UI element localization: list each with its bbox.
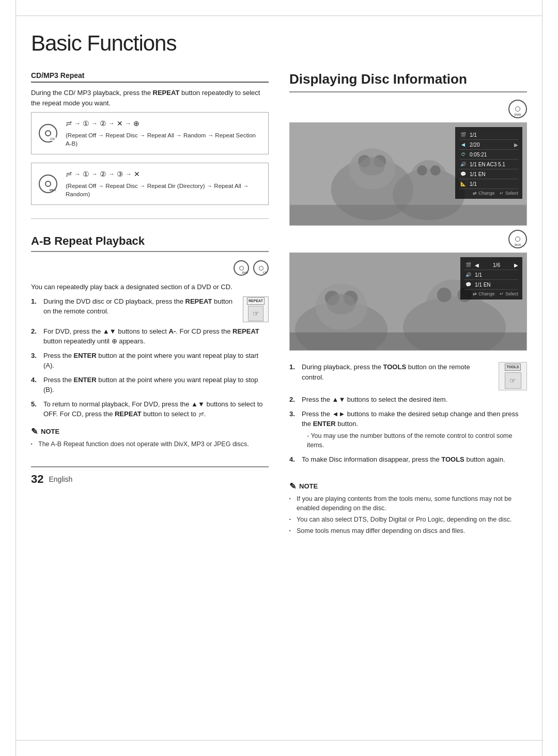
tools-button-image: TOOLS ☞ — [499, 362, 527, 390]
disc-note-item-2: You can also select DTS, Dolby Digital o… — [289, 515, 527, 524]
divx-badge: DivX — [508, 230, 527, 248]
disc-step-1-content: During playback, press the TOOLS button … — [302, 362, 527, 390]
ab-step-2: 2. For DVD, press the ▲▼ buttons to sele… — [31, 326, 269, 346]
intro-text1: During the CD/ MP3 playback, press the — [31, 89, 151, 97]
note-pencil-icon: ✎ — [31, 427, 38, 436]
svg-point-9 — [430, 165, 441, 176]
osd-audio-val: 1/1 EN AC3 5.1 — [470, 162, 505, 167]
divider-1 — [31, 218, 269, 219]
step-num-3: 3. — [31, 351, 39, 371]
svg-point-8 — [417, 165, 427, 176]
osd-footer-1: ⇄ Change ↵ Select — [459, 191, 518, 196]
osd2-nav-r: ▶ — [514, 262, 518, 268]
osd-value-2: 2/20 ▶ — [470, 142, 518, 148]
mp3-label: MP3 — [50, 188, 56, 192]
mp3-disc-icon: MP3 — [39, 175, 57, 193]
dvd-badge-label: DVD — [515, 113, 521, 116]
disc-step-num-4: 4. — [289, 454, 298, 465]
osd-sub-val: 1/1 EN — [470, 171, 486, 177]
svg-point-7 — [411, 160, 447, 193]
disc-step2-text: Press the ▲▼ buttons to select the desir… — [302, 396, 447, 403]
disc-step3-text: Press the ◄► buttons to make the desired… — [302, 410, 519, 428]
dvd-screenshot: 🎬 1/1 ◀ 2/20 ▶ — [289, 122, 527, 226]
osd-row-1: 🎬 1/1 — [459, 130, 518, 140]
divx-badge-label: DivX — [515, 243, 521, 246]
ab-note-section: ✎ NOTE The A-B Repeat function does not … — [31, 427, 269, 449]
disc-note-item-1: If you are playing contents from the too… — [289, 494, 527, 513]
intro-bold: REPEAT — [153, 89, 180, 97]
osd-row-5: 💬 1/1 EN — [459, 169, 518, 179]
step-num-5: 5. — [31, 399, 39, 419]
finger-icon: ☞ — [253, 308, 259, 319]
page-title: Basic Functions — [31, 31, 527, 56]
osd2-nav-l: ◀ — [475, 262, 479, 268]
dvd-osd-overlay: 🎬 1/1 ◀ 2/20 ▶ — [455, 127, 522, 199]
osd-row-6: 📐 1/1 — [459, 179, 518, 189]
osd-row-2: ◀ 2/20 ▶ — [459, 140, 518, 150]
ab-section: A-B Repeat Playback DVD CD You can repea… — [31, 234, 269, 451]
page-language: English — [49, 475, 72, 483]
osd2-sub-val: 1/1 EN — [475, 282, 491, 288]
disc-info-title: Displaying Disc Information — [289, 71, 527, 92]
osd2-value-2: 1/1 — [475, 272, 518, 278]
disc-step1-text: During playback, press the TOOLS button … — [302, 363, 470, 381]
osd2-change-label: ⇄ Change — [473, 291, 494, 296]
ab-intro: You can repeatedly play back a designate… — [31, 282, 269, 292]
svg-point-16 — [327, 294, 356, 314]
divx-screenshot: 🎬 ◀ 1/6 ▶ 🔊 1/1 — [289, 253, 527, 351]
svg-point-19 — [437, 288, 452, 302]
mp3-repeat-box: MP3 ≓ → ① → ② → ③ → ✕ — [31, 163, 269, 205]
ab-step-5: 5. To return to normal playback, For DVD… — [31, 399, 269, 419]
ab-steps-list: 1. During the DVD disc or CD playback, p… — [31, 296, 269, 419]
cd-repeat-content: ≓ → ① → ② → ✕ → ⊕ (Repeat Off → Repeat D… — [66, 119, 261, 148]
osd-value-5: 1/1 EN — [470, 171, 518, 177]
disc-step4-bold: TOOLS — [441, 455, 464, 463]
disc-step3-bold: ENTER — [313, 420, 336, 428]
ab-note-item-1: The A-B Repeat function does not operate… — [31, 439, 269, 449]
osd-icon-title: 🎬 — [459, 131, 467, 138]
step-num-2: 2. — [31, 326, 39, 346]
osd2-footer: ⇄ Change ↵ Select — [464, 291, 518, 296]
osd2-row-3: 💬 1/1 EN — [464, 280, 518, 290]
step5-bold: REPEAT — [115, 410, 142, 418]
top-border-line — [16, 15, 542, 16]
osd-title-val: 1/1 — [470, 132, 477, 138]
step4-bold: ENTER — [74, 376, 97, 384]
ab-note-label: NOTE — [41, 428, 59, 435]
osd2-title-val: 1/6 — [493, 262, 500, 268]
dvd-icon: DVD — [234, 260, 249, 276]
page-number: 32 — [31, 472, 43, 486]
svg-rect-21 — [290, 333, 526, 350]
step2-text: For DVD, press the ▲▼ buttons to select … — [43, 327, 259, 345]
osd-row-3: ⏱ 0:05:21 — [459, 150, 518, 160]
disc-step3-sub: - You may use the number buttons of the … — [302, 431, 527, 451]
divx-screenshot-container: DivX — [289, 230, 527, 351]
repeat-button-image: REPEAT ☞ — [243, 296, 269, 322]
divx-osd-overlay: 🎬 ◀ 1/6 ▶ 🔊 1/1 — [460, 257, 522, 300]
page-footer: 32 English — [31, 466, 269, 486]
osd2-audio-val: 1/1 — [475, 272, 482, 278]
step-num-4: 4. — [31, 375, 39, 395]
disc-step-num-1: 1. — [289, 362, 298, 390]
dvd-badge: DVD — [508, 100, 527, 118]
disc-note-label: NOTE — [299, 482, 318, 490]
right-column: Displaying Disc Information DVD — [289, 71, 527, 725]
ab-step-4: 4. Press the ENTER button at the point w… — [31, 375, 269, 395]
disc-step-3: 3. Press the ◄► buttons to make the desi… — [289, 409, 527, 451]
disc-step1-bold: TOOLS — [383, 363, 407, 371]
disc-step-2: 2. Press the ▲▼ buttons to select the de… — [289, 395, 527, 405]
disc-step4-text: To make Disc information disappear, pres… — [302, 455, 505, 463]
disc-note-item-3: Some tools menus may differ depending on… — [289, 526, 527, 536]
mp3-repeat-content: ≓ → ① → ② → ③ → ✕ (Repeat Off → Repeat D… — [66, 169, 261, 198]
osd2-value-1: ◀ 1/6 ▶ — [475, 262, 518, 268]
step1-text: During the DVD disc or CD playback, pres… — [43, 297, 233, 316]
step-num-1: 1. — [31, 296, 39, 322]
osd2-row-1: 🎬 ◀ 1/6 ▶ — [464, 260, 518, 270]
osd2-value-3: 1/1 EN — [475, 282, 518, 288]
cd-icon-2: ① — [83, 119, 89, 128]
tools-label: TOOLS — [505, 364, 521, 371]
repeat-button-visual: ☞ — [248, 306, 264, 321]
osd-chapter-val: 2/20 — [470, 142, 479, 148]
osd-change-label: ⇄ Change — [473, 191, 494, 196]
osd-time-val: 0:05:21 — [470, 152, 487, 158]
